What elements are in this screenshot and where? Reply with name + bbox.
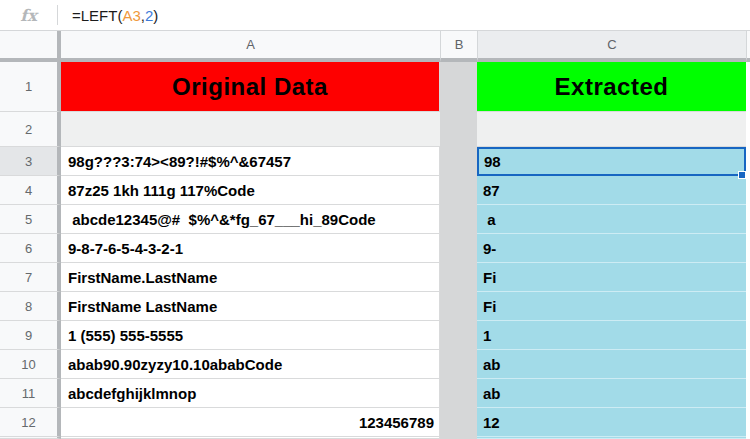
cell-c8[interactable]: Fi <box>477 292 746 321</box>
cell-b11[interactable] <box>440 379 477 408</box>
row-header-12[interactable]: 12 <box>0 408 61 437</box>
fx-icon: fx <box>0 6 57 25</box>
cell-c1-extracted[interactable]: Extracted <box>477 62 746 112</box>
cell-a5[interactable]: abcde12345@# $%^&*fg_67___hi_89Code <box>61 205 440 234</box>
row-header-5[interactable]: 5 <box>0 205 61 234</box>
cell-b9[interactable] <box>440 321 477 350</box>
formula-token-suffix: ) <box>153 7 158 24</box>
cell-c5[interactable]: a <box>477 205 746 234</box>
row-header-4[interactable]: 4 <box>0 176 61 205</box>
d-sliver <box>746 234 750 263</box>
d-sliver <box>746 321 750 350</box>
sheet-grid: A B C 1 Original Data Extracted 2 3 98g?… <box>0 31 750 439</box>
row-header-3[interactable]: 3 <box>0 147 61 176</box>
cell-b3[interactable] <box>440 147 477 176</box>
row-header-9[interactable]: 9 <box>0 321 61 350</box>
formula-bar: fx =LEFT(A3,2) <box>0 0 750 31</box>
column-header-c[interactable]: C <box>477 31 746 62</box>
cell-b12[interactable] <box>440 408 477 437</box>
d-sliver <box>746 379 750 408</box>
fill-handle[interactable] <box>738 171 746 179</box>
row-header-7[interactable]: 7 <box>0 263 61 292</box>
cell-b6[interactable] <box>440 234 477 263</box>
cell-b2[interactable] <box>440 112 477 147</box>
cell-a3[interactable]: 98g???3:74><89?!#$%^&67457 <box>61 147 440 176</box>
cell-b5[interactable] <box>440 205 477 234</box>
cell-a10[interactable]: abab90.90zyzy10.10ababCode <box>61 350 440 379</box>
d-sliver <box>746 147 750 176</box>
cell-c4[interactable]: 87 <box>477 176 746 205</box>
cell-b4[interactable] <box>440 176 477 205</box>
column-header-b[interactable]: B <box>440 31 477 62</box>
cell-c9[interactable]: 1 <box>477 321 746 350</box>
spreadsheet-app: fx =LEFT(A3,2) A B C 1 Original Data Ext… <box>0 0 750 439</box>
row-header-10[interactable]: 10 <box>0 350 61 379</box>
cell-c11[interactable]: ab <box>477 379 746 408</box>
cell-b8[interactable] <box>440 292 477 321</box>
formula-token-prefix: =LEFT( <box>72 7 122 24</box>
cell-c3-value: 98 <box>484 153 501 170</box>
row-header-8[interactable]: 8 <box>0 292 61 321</box>
cell-c3-selected[interactable]: 98 <box>477 147 746 176</box>
row-header-1[interactable]: 1 <box>0 62 61 112</box>
cell-a7[interactable]: FirstName.LastName <box>61 263 440 292</box>
cell-a12[interactable]: 123456789 <box>61 408 440 437</box>
d-sliver <box>746 176 750 205</box>
d-sliver <box>746 263 750 292</box>
d-sliver <box>746 62 750 112</box>
cell-a9[interactable]: 1 (555) 555-5555 <box>61 321 440 350</box>
cell-c6[interactable]: 9- <box>477 234 746 263</box>
cell-b1[interactable] <box>440 62 477 112</box>
cell-a4[interactable]: 87z25 1kh 111g 117%Code <box>61 176 440 205</box>
row-header-6[interactable]: 6 <box>0 234 61 263</box>
cell-a6[interactable]: 9-8-7-6-5-4-3-2-1 <box>61 234 440 263</box>
cell-b10[interactable] <box>440 350 477 379</box>
d-sliver <box>746 205 750 234</box>
formula-token-cell-ref: A3 <box>122 7 140 24</box>
row-header-2[interactable]: 2 <box>0 112 61 147</box>
cell-b7[interactable] <box>440 263 477 292</box>
row-header-11[interactable]: 11 <box>0 379 61 408</box>
cell-c12[interactable]: 12 <box>477 408 746 437</box>
cell-a8[interactable]: FirstName LastName <box>61 292 440 321</box>
cell-a2[interactable] <box>61 112 440 147</box>
cell-c7[interactable]: Fi <box>477 263 746 292</box>
cell-c2[interactable] <box>477 112 746 147</box>
d-sliver <box>746 292 750 321</box>
d-sliver <box>746 112 750 147</box>
cell-a11[interactable]: abcdefghijklmnop <box>61 379 440 408</box>
cell-c10[interactable]: ab <box>477 350 746 379</box>
column-header-a[interactable]: A <box>61 31 440 62</box>
cell-a1-original-data[interactable]: Original Data <box>61 62 440 112</box>
d-sliver <box>746 408 750 437</box>
column-header-d-sliver <box>746 31 750 62</box>
d-sliver <box>746 350 750 379</box>
formula-input[interactable]: =LEFT(A3,2) <box>58 7 750 24</box>
select-all-corner[interactable] <box>0 31 61 62</box>
